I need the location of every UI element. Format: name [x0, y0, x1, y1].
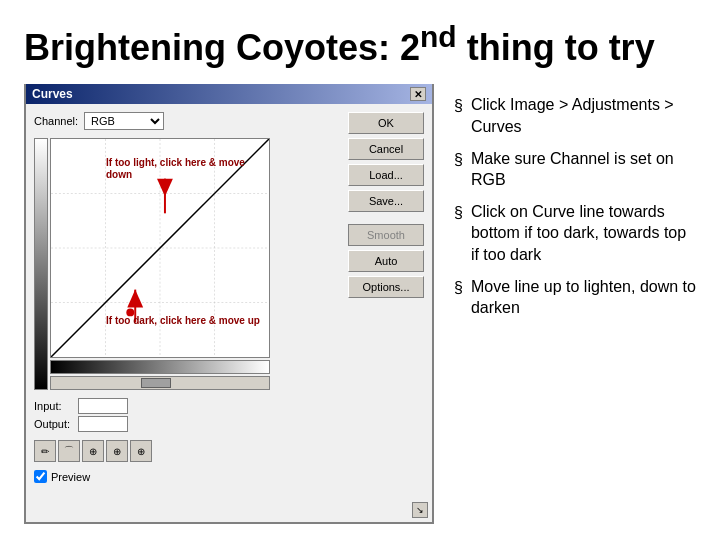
channel-row: Channel: RGB [34, 112, 340, 130]
cancel-button[interactable]: Cancel [348, 138, 424, 160]
preview-checkbox[interactable] [34, 470, 47, 483]
gradient-bar-vertical [34, 138, 48, 390]
content-area: Curves ✕ Channel: RGB [24, 84, 696, 524]
dialog-body: Channel: RGB [26, 104, 432, 491]
bullet-item-4: § Move line up to lighten, down to darke… [454, 276, 696, 319]
gradient-bar-horizontal [50, 360, 270, 374]
bullets-panel: § Click Image > Adjustments > Curves § M… [454, 84, 696, 524]
bullet-symbol-4: § [454, 277, 463, 299]
eyedropper-tool-1[interactable]: ⊕ [82, 440, 104, 462]
pencil-tool-1[interactable]: ✏ [34, 440, 56, 462]
bullet-item-1: § Click Image > Adjustments > Curves [454, 94, 696, 137]
auto-button[interactable]: Auto [348, 250, 424, 272]
input-field[interactable] [78, 398, 128, 414]
bullet-symbol-2: § [454, 149, 463, 171]
dialog-buttons-panel: OK Cancel Load... Save... Smooth Auto Op… [348, 112, 424, 483]
annotation-bottom: If too dark, click here & move up [106, 315, 260, 327]
slide: Brightening Coyotes: 2nd thing to try Cu… [0, 0, 720, 540]
dialog-title: Curves [32, 87, 73, 101]
extra-buttons: Smooth Auto Options... [348, 224, 424, 298]
ok-button[interactable]: OK [348, 112, 424, 134]
bullet-text-4: Move line up to lighten, down to darken [471, 276, 696, 319]
eyedropper-tool-3[interactable]: ⊕ [130, 440, 152, 462]
bullet-text-3: Click on Curve line towards bottom if to… [471, 201, 696, 266]
preview-row: Preview [34, 470, 340, 483]
pencil-tool-2[interactable]: ⌒ [58, 440, 80, 462]
dialog-left-panel: Channel: RGB [34, 112, 340, 483]
bullet-item-3: § Click on Curve line towards bottom if … [454, 201, 696, 266]
pencil-icon-group: ✏ ⌒ ⊕ ⊕ ⊕ [34, 440, 340, 462]
load-button[interactable]: Load... [348, 164, 424, 186]
input-label: Input: [34, 400, 74, 412]
scroll-bar[interactable] [50, 376, 270, 390]
bullet-text-2: Make sure Channel is set on RGB [471, 148, 696, 191]
output-row: Output: [34, 416, 340, 432]
bullet-text-1: Click Image > Adjustments > Curves [471, 94, 696, 137]
channel-select[interactable]: RGB [84, 112, 164, 130]
input-row: Input: [34, 398, 340, 414]
save-button[interactable]: Save... [348, 190, 424, 212]
curves-dialog: Curves ✕ Channel: RGB [24, 84, 434, 524]
eyedropper-tool-2[interactable]: ⊕ [106, 440, 128, 462]
slide-title: Brightening Coyotes: 2nd thing to try [24, 20, 696, 68]
dialog-expand-button[interactable]: ↘ [412, 502, 428, 518]
dialog-close-button[interactable]: ✕ [410, 87, 426, 101]
dialog-titlebar: Curves ✕ [26, 84, 432, 104]
curves-graph[interactable]: If too light, click here & move down If … [50, 138, 270, 358]
smooth-button[interactable]: Smooth [348, 224, 424, 246]
bullet-symbol-1: § [454, 95, 463, 117]
preview-label: Preview [51, 471, 90, 483]
bullet-item-2: § Make sure Channel is set on RGB [454, 148, 696, 191]
input-output-fields: Input: Output: [34, 398, 340, 432]
curves-graph-container: If too light, click here & move down If … [34, 138, 340, 390]
annotation-top: If too light, click here & move down [106, 157, 269, 181]
output-label: Output: [34, 418, 74, 430]
output-field[interactable] [78, 416, 128, 432]
channel-label: Channel: [34, 115, 78, 127]
options-button[interactable]: Options... [348, 276, 424, 298]
bullet-symbol-3: § [454, 202, 463, 224]
